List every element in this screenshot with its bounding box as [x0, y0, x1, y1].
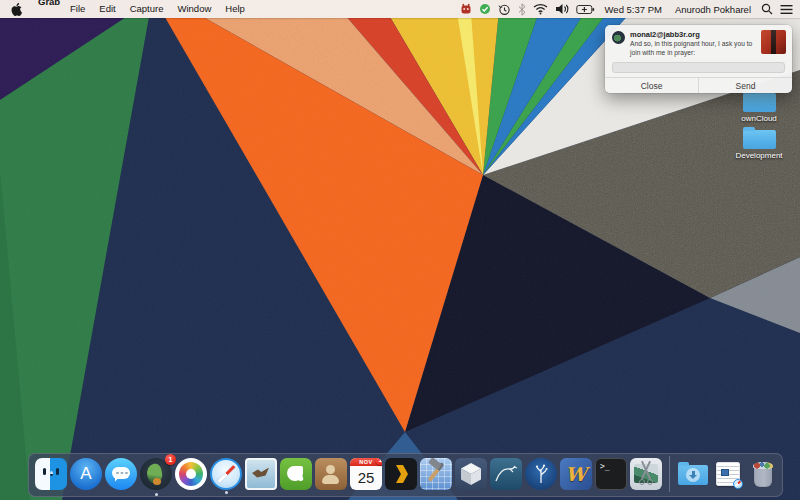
notification-body: And so, in this poignant hour, I ask you…: [630, 40, 756, 57]
menu-window[interactable]: Window: [171, 0, 219, 18]
notification-center-icon[interactable]: [780, 4, 793, 15]
volume-icon[interactable]: [555, 3, 569, 15]
notification-attachment-image: [761, 30, 786, 54]
folder-label: Development: [727, 151, 791, 160]
dock-sourcetree-icon[interactable]: [525, 458, 557, 490]
dock-messages-icon[interactable]: [105, 458, 137, 490]
folder-icon: [743, 130, 776, 149]
folder-icon: [743, 93, 776, 112]
time-machine-icon[interactable]: [498, 3, 511, 16]
menu-file[interactable]: File: [63, 0, 92, 18]
webloc-safari-badge: [733, 479, 743, 489]
sync-ok-icon[interactable]: [479, 3, 491, 15]
dock-mysql-workbench-icon[interactable]: [490, 458, 522, 490]
wine-letter: W: [565, 463, 586, 485]
notification-banner: monal2@jabb3r.org And so, in this poigna…: [605, 25, 792, 93]
notification-reply-input[interactable]: [612, 62, 785, 73]
monal-dragon-chest: [153, 478, 161, 485]
notification-close-button[interactable]: Close: [605, 78, 698, 93]
calendar-day: 25: [350, 466, 382, 489]
terminal-prompt-glyph: >_: [600, 462, 610, 471]
menubar-clock[interactable]: Wed 5:37 PM: [602, 4, 665, 15]
dock-divider: [669, 456, 670, 492]
dock-documents-stack-icon[interactable]: [712, 458, 744, 490]
calendar-badge: 1: [375, 458, 382, 465]
red-app-icon[interactable]: [460, 3, 472, 15]
dock-cube-app-icon[interactable]: [455, 458, 487, 490]
dock-grab-icon[interactable]: [630, 458, 662, 490]
dock-trash-icon[interactable]: [747, 458, 779, 490]
trash-full-contents: [753, 462, 773, 469]
notification-title: monal2@jabb3r.org: [630, 30, 756, 40]
bluetooth-icon[interactable]: [518, 3, 526, 16]
dock-calendar-icon[interactable]: NOV 25 1: [350, 458, 382, 490]
menu-app-name[interactable]: Grab: [31, 0, 63, 25]
folder-label: ownCloud: [727, 114, 791, 123]
dock-monal-icon[interactable]: 1: [140, 458, 172, 490]
spotlight-icon[interactable]: [761, 3, 773, 15]
monal-unread-badge: 1: [165, 454, 176, 465]
desktop-folder-owncloud[interactable]: ownCloud: [727, 88, 791, 123]
dock-terminal-icon[interactable]: >_: [595, 458, 627, 490]
dock-contacts-icon[interactable]: [315, 458, 347, 490]
wifi-icon[interactable]: [533, 3, 548, 15]
dock-safari-icon[interactable]: [210, 458, 242, 490]
dock-downloads-folder-icon[interactable]: [677, 458, 709, 490]
menu-capture[interactable]: Capture: [123, 0, 171, 18]
apple-menu-icon[interactable]: [11, 3, 22, 16]
dock-photos-icon[interactable]: [175, 458, 207, 490]
battery-charging-icon[interactable]: [576, 4, 595, 15]
menu-bar: Grab File Edit Capture Window Help: [0, 0, 800, 18]
app-store-letter: A: [80, 464, 91, 484]
menubar-user[interactable]: Anurodh Pokharel: [672, 4, 754, 15]
desktop-folder-development[interactable]: Development: [727, 125, 791, 160]
notification-send-button[interactable]: Send: [698, 78, 792, 93]
menu-help[interactable]: Help: [218, 0, 252, 18]
dock-app-store-icon[interactable]: A: [70, 458, 102, 490]
monal-avatar-icon: [612, 31, 625, 44]
dock-finder-icon[interactable]: [35, 458, 67, 490]
dock-evernote-icon[interactable]: [280, 458, 312, 490]
menu-edit[interactable]: Edit: [92, 0, 122, 18]
dock-xcode-icon[interactable]: [420, 458, 452, 490]
dock-mail-icon[interactable]: [245, 458, 277, 490]
notification-header: monal2@jabb3r.org And so, in this poigna…: [605, 25, 792, 58]
dock-wine-app-icon[interactable]: W: [560, 458, 592, 490]
dock-plex-icon[interactable]: [385, 458, 417, 490]
dock: A 1 NOV 25 1: [28, 453, 783, 497]
